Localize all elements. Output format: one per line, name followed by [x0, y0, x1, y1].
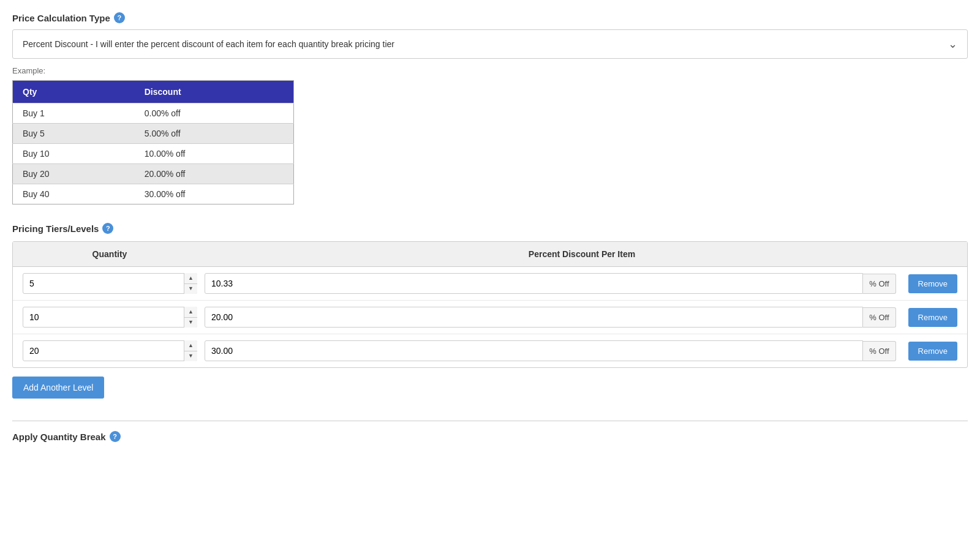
spinner-up-button[interactable]: ▲ [184, 307, 197, 318]
price-calc-type-heading: Price Calculation Type ? [12, 12, 968, 23]
tiers-table-container: Quantity Percent Discount Per Item ▲ ▼ %… [12, 241, 968, 368]
example-table-cell: 5.00% off [135, 124, 294, 144]
pct-off-badge: % Off [863, 341, 895, 361]
spinner-down-button[interactable]: ▼ [184, 284, 197, 294]
discount-input-wrapper: % Off [205, 307, 896, 328]
example-table-qty-header: Qty [13, 81, 135, 103]
example-table: Qty Discount Buy 10.00% offBuy 55.00% of… [12, 80, 294, 204]
spinner-down-button[interactable]: ▼ [184, 351, 197, 362]
discount-input-wrapper: % Off [205, 273, 896, 294]
example-table-cell: Buy 40 [13, 184, 135, 204]
spinner-up-button[interactable]: ▲ [184, 340, 197, 351]
quantity-spinner[interactable]: ▲ ▼ [184, 340, 197, 361]
section-divider [12, 421, 968, 421]
pct-off-badge: % Off [863, 307, 895, 328]
example-table-cell: Buy 20 [13, 164, 135, 184]
quantity-input[interactable] [23, 273, 197, 294]
table-row: ▲ ▼ % Off Remove [13, 267, 967, 301]
qty-input-wrapper: ▲ ▼ [23, 307, 197, 328]
quantity-input[interactable] [23, 340, 197, 361]
apply-qty-break-heading: Apply Quantity Break ? [12, 431, 968, 442]
example-label: Example: [12, 66, 968, 75]
table-row: ▲ ▼ % Off Remove [13, 301, 967, 334]
discount-input[interactable] [205, 273, 863, 294]
apply-qty-break-title: Apply Quantity Break [12, 432, 106, 442]
price-calc-type-title: Price Calculation Type [12, 13, 110, 23]
quantity-input[interactable] [23, 307, 197, 328]
discount-input[interactable] [205, 340, 863, 361]
remove-button[interactable]: Remove [908, 342, 957, 361]
example-table-cell: 20.00% off [135, 164, 294, 184]
example-table-cell: Buy 1 [13, 103, 135, 124]
table-row: ▲ ▼ % Off Remove [13, 334, 967, 367]
example-table-cell: 10.00% off [135, 144, 294, 164]
qty-input-wrapper: ▲ ▼ [23, 273, 197, 294]
quantity-spinner[interactable]: ▲ ▼ [184, 307, 197, 328]
apply-qty-break-section: Apply Quantity Break ? [12, 431, 968, 442]
example-table-cell: 30.00% off [135, 184, 294, 204]
price-calc-type-dropdown[interactable]: Percent Discount - I will enter the perc… [12, 29, 968, 59]
pricing-tiers-heading: Pricing Tiers/Levels ? [12, 223, 968, 234]
discount-input-wrapper: % Off [205, 340, 896, 361]
tier-rows-container: ▲ ▼ % Off Remove ▲ ▼ % Off Remove [13, 267, 967, 367]
example-table-cell: Buy 10 [13, 144, 135, 164]
pricing-tiers-help-icon[interactable]: ? [102, 223, 113, 234]
remove-button[interactable]: Remove [908, 308, 957, 327]
apply-qty-break-help-icon[interactable]: ? [110, 431, 121, 442]
tiers-table-header: Quantity Percent Discount Per Item [13, 242, 967, 267]
example-table-cell: Buy 5 [13, 124, 135, 144]
spinner-down-button[interactable]: ▼ [184, 318, 197, 328]
quantity-spinner[interactable]: ▲ ▼ [184, 273, 197, 294]
chevron-down-icon: ⌄ [948, 37, 957, 51]
price-calc-type-help-icon[interactable]: ? [114, 12, 125, 23]
discount-input[interactable] [205, 307, 863, 328]
example-table-cell: 0.00% off [135, 103, 294, 124]
spinner-up-button[interactable]: ▲ [184, 273, 197, 284]
pricing-tiers-title: Pricing Tiers/Levels [12, 223, 99, 234]
pricing-tiers-section: Pricing Tiers/Levels ? Quantity Percent … [12, 223, 968, 411]
pct-off-badge: % Off [863, 274, 895, 294]
add-another-level-button[interactable]: Add Another Level [12, 377, 104, 399]
example-table-discount-header: Discount [135, 81, 294, 103]
tiers-header-discount: Percent Discount Per Item [197, 249, 967, 259]
qty-input-wrapper: ▲ ▼ [23, 340, 197, 361]
remove-button[interactable]: Remove [908, 274, 957, 293]
price-calc-type-dropdown-value: Percent Discount - I will enter the perc… [23, 39, 394, 49]
tiers-header-quantity: Quantity [13, 249, 197, 259]
